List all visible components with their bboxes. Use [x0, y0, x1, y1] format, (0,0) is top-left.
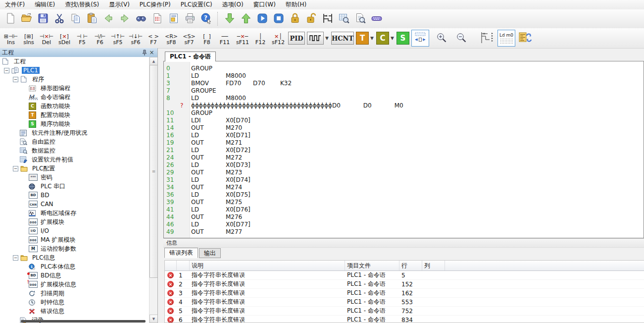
menu-plc-config[interactable]: PLC设置(C)	[176, 0, 217, 9]
tree-expander-icon[interactable]: −	[13, 255, 18, 261]
header-description[interactable]: 说明	[190, 261, 345, 270]
delete-row-button[interactable]: [×] sDel	[55, 30, 73, 46]
timer-instruction-button[interactable]: T	[356, 32, 369, 45]
code-line[interactable]: 39 OUTM275	[164, 198, 644, 206]
redo-button[interactable]	[117, 11, 132, 27]
insert-row-button[interactable]: [⊞] sIns	[20, 30, 38, 46]
header-project-file[interactable]: 项目文件	[345, 261, 399, 270]
tree-item[interactable]: 000! 扩展模块信息	[0, 280, 149, 289]
code-line[interactable]: ? ϕϕϕϕϕϕϕϕϕϕϕϕϕϕϕϕϕϕϕϕϕϕϕϕϕϕϕϕϕϕϕϕϕϕϕϕD0…	[164, 102, 644, 109]
falling-pulse-button[interactable]: ⊣↓⊢ sF6	[127, 30, 145, 46]
help-button[interactable]: ?	[198, 11, 214, 27]
pulse-instruction-button[interactable]	[307, 32, 324, 45]
closed-contact-button[interactable]: ⊣/⊢ F6	[91, 30, 109, 46]
undo-button[interactable]	[100, 11, 116, 27]
code-line[interactable]: 34 OUTM274	[164, 183, 644, 191]
tree-item[interactable]: M 运动控制参数	[0, 244, 149, 253]
ladder-monitor-button[interactable]	[320, 11, 335, 27]
error-row[interactable]: × 3 指令字符串长度错误 PLC1 - 命令语 162	[165, 289, 644, 298]
instruction-list-view-button[interactable]: Ld m0	[497, 30, 515, 47]
function-block-button[interactable]: [ ] F8	[198, 30, 216, 46]
tree-expander-icon[interactable]: −	[13, 77, 18, 82]
code-line[interactable]: 1 LDM8000	[164, 72, 644, 79]
tab-plc1-instruction-list[interactable]: PLC1 - 命令语	[165, 52, 216, 61]
counter-instruction-button[interactable]: C	[376, 32, 389, 45]
tree-item[interactable]: CAN CAN	[0, 200, 149, 209]
tree-item[interactable]: 时钟信息	[0, 298, 149, 307]
code-line[interactable]: 14 OUTM270	[164, 124, 644, 131]
tree-item[interactable]: PLC 串口	[0, 182, 149, 191]
tree-item[interactable]: C 函数功能块	[0, 102, 149, 110]
zoom-out-button[interactable]	[454, 31, 469, 46]
tree-item[interactable]: 错误信息	[0, 307, 149, 316]
menu-window[interactable]: 窗口(W)	[248, 0, 281, 9]
hcnt-instruction-button[interactable]: HCNT	[331, 32, 354, 45]
comment-view-button[interactable]	[149, 11, 165, 27]
tree-item[interactable]: I/O I/O	[0, 226, 149, 235]
menu-help[interactable]: 帮助(H)	[281, 0, 311, 9]
convert-view-button[interactable]	[517, 31, 534, 46]
tree-item[interactable]: − 程序	[0, 75, 149, 84]
tree-item[interactable]: − PLC配置	[0, 164, 149, 173]
download-program-button[interactable]	[222, 11, 237, 27]
error-row[interactable]: × 6 指令字符串长度错误 PLC1 - 命令语 834	[165, 316, 644, 323]
instruction-list-editor[interactable]: 0 GROUP 1 LDM8000 3 BMOVFD70D70K32 7 GRO…	[163, 61, 644, 238]
error-row[interactable]: × 1 指令字符串长度错误 PLC1 - 命令语 5	[165, 271, 644, 280]
scroll-up-icon[interactable]: ▲	[149, 57, 158, 65]
tree-item[interactable]: 000 MA 扩展模块	[0, 235, 149, 244]
tree-item[interactable]: 数据监控	[0, 146, 149, 155]
code-line[interactable]: 8 LDM8000	[164, 94, 644, 102]
code-line[interactable]: 10 GROUP	[164, 109, 644, 116]
header-line[interactable]: 行	[399, 261, 422, 270]
error-row[interactable]: × 4 指令字符串长度错误 PLC1 - 命令语 553	[165, 298, 644, 307]
free-monitor-button[interactable]	[352, 11, 368, 27]
menu-edit[interactable]: 编辑(E)	[30, 0, 60, 9]
reset-coil-button[interactable]: <R> sF8	[162, 30, 180, 46]
code-line[interactable]: 7 GROUPE	[164, 87, 644, 94]
delete-horizontal-line-button[interactable]: ─×─ sF11	[234, 30, 251, 46]
code-line[interactable]: 49 OUTM277	[164, 228, 644, 235]
tree-item[interactable]: T 配置功能块	[0, 110, 149, 119]
print-button[interactable]	[182, 11, 198, 27]
code-line[interactable]: 24 OUTM272	[164, 154, 644, 161]
code-line[interactable]: 11 LDIX0[D70]	[164, 116, 644, 124]
vertical-line-button[interactable]: │ F12	[251, 30, 269, 46]
tree-item[interactable]: 扫描周期	[0, 289, 149, 298]
header-column[interactable]: 列	[422, 261, 445, 270]
tree-item[interactable]: 000 扩展模块	[0, 217, 149, 226]
code-line[interactable]: 19 OUTM271	[164, 139, 644, 146]
paste-button[interactable]	[84, 11, 99, 27]
delete-vertical-line-button[interactable]: ×│ sF12	[269, 30, 287, 46]
new-file-button[interactable]	[2, 11, 18, 27]
tree-item[interactable]: 断电区域保存	[0, 209, 149, 217]
menu-file[interactable]: 文件(F)	[0, 0, 30, 9]
data-monitor-button[interactable]	[336, 11, 351, 27]
output-view-button[interactable]	[166, 11, 181, 27]
state-instruction-button[interactable]: S	[396, 32, 409, 45]
code-line[interactable]: 36 LDX0[D75]	[164, 191, 644, 198]
dropdown-arrow-icon[interactable]: ▼	[370, 36, 374, 41]
code-line[interactable]: 31 LDX0[D74]	[164, 176, 644, 183]
menu-plc-operate[interactable]: PLC操作(P)	[135, 0, 176, 9]
code-line[interactable]: 3 BMOVFD70D70K32	[164, 79, 644, 87]
lock-button[interactable]	[287, 11, 302, 27]
tree-horizontal-scrollbar-thumb[interactable]	[21, 320, 146, 323]
cut-button[interactable]	[51, 11, 67, 27]
tree-item[interactable]: BD BD	[0, 191, 149, 200]
tree-scrollbar-thumb[interactable]: ≡	[149, 65, 158, 278]
serial-port-button[interactable]	[369, 11, 384, 27]
delete-node-button[interactable]: ⊣×⊢ Del	[38, 30, 55, 46]
error-row[interactable]: × 2 指令字符串长度错误 PLC1 - 命令语 152	[165, 280, 644, 289]
unlock-button[interactable]	[303, 11, 319, 27]
tree-item[interactable]: i PLC本体信息	[0, 262, 149, 271]
info-tab-error-list[interactable]: 错误列表	[164, 248, 198, 258]
tree-item[interactable]: *** 密码	[0, 173, 149, 182]
horizontal-line-button[interactable]: ── F11	[216, 30, 234, 46]
tree-item[interactable]: 软元件注释/使用状况	[0, 128, 149, 137]
zoom-in-button[interactable]	[434, 31, 449, 46]
tree-item[interactable]: 自由监控	[0, 137, 149, 146]
code-line[interactable]: 46 LDX0[D77]	[164, 220, 644, 228]
menu-find-replace[interactable]: 查找\替换(S)	[60, 0, 104, 9]
info-tab-output[interactable]: 输出	[199, 248, 221, 258]
code-line[interactable]: 26 LDX0[D73]	[164, 161, 644, 168]
